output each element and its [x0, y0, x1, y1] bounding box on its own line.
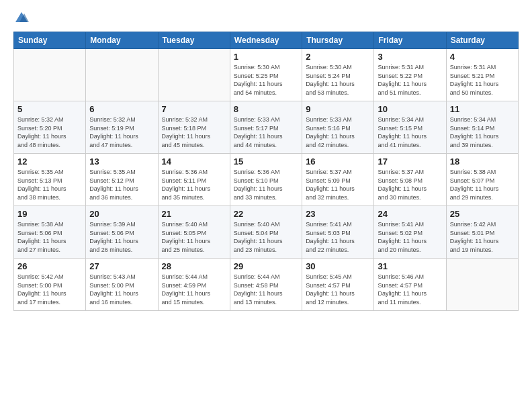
days-header-row: SundayMondayTuesdayWednesdayThursdayFrid… [14, 32, 519, 49]
calendar-cell: 16Sunrise: 5:37 AM Sunset: 5:09 PM Dayli… [302, 154, 374, 206]
day-info: Sunrise: 5:32 AM Sunset: 5:19 PM Dayligh… [89, 116, 154, 149]
day-info: Sunrise: 5:38 AM Sunset: 5:07 PM Dayligh… [450, 168, 515, 201]
day-number: 15 [234, 156, 298, 167]
day-info: Sunrise: 5:44 AM Sunset: 4:58 PM Dayligh… [234, 273, 298, 306]
day-info: Sunrise: 5:32 AM Sunset: 5:18 PM Dayligh… [162, 116, 226, 149]
day-info: Sunrise: 5:45 AM Sunset: 4:57 PM Dayligh… [306, 273, 370, 306]
day-number: 13 [89, 156, 154, 167]
calendar-cell: 21Sunrise: 5:40 AM Sunset: 5:05 PM Dayli… [158, 206, 230, 259]
calendar-cell: 4Sunrise: 5:31 AM Sunset: 5:21 PM Daylig… [446, 49, 518, 101]
calendar-cell: 22Sunrise: 5:40 AM Sunset: 5:04 PM Dayli… [230, 206, 302, 259]
calendar-cell [446, 259, 518, 311]
calendar-week-0: 1Sunrise: 5:30 AM Sunset: 5:25 PM Daylig… [14, 49, 519, 101]
day-number: 28 [162, 261, 226, 271]
day-number: 18 [450, 156, 515, 167]
calendar-cell: 2Sunrise: 5:30 AM Sunset: 5:24 PM Daylig… [302, 49, 374, 101]
calendar-cell: 27Sunrise: 5:43 AM Sunset: 5:00 PM Dayli… [86, 259, 158, 311]
day-number: 27 [89, 261, 154, 271]
day-info: Sunrise: 5:33 AM Sunset: 5:16 PM Dayligh… [306, 116, 370, 149]
calendar-cell: 3Sunrise: 5:31 AM Sunset: 5:22 PM Daylig… [374, 49, 446, 101]
calendar-body: 1Sunrise: 5:30 AM Sunset: 5:25 PM Daylig… [14, 49, 519, 311]
day-info: Sunrise: 5:40 AM Sunset: 5:05 PM Dayligh… [162, 220, 226, 254]
calendar-cell: 18Sunrise: 5:38 AM Sunset: 5:07 PM Dayli… [446, 154, 518, 206]
calendar-table: SundayMondayTuesdayWednesdayThursdayFrid… [13, 32, 519, 311]
calendar-cell: 11Sunrise: 5:34 AM Sunset: 5:14 PM Dayli… [446, 101, 518, 154]
day-info: Sunrise: 5:35 AM Sunset: 5:13 PM Dayligh… [17, 168, 82, 201]
calendar-cell: 7Sunrise: 5:32 AM Sunset: 5:18 PM Daylig… [158, 101, 230, 154]
calendar-week-3: 19Sunrise: 5:38 AM Sunset: 5:06 PM Dayli… [14, 206, 519, 259]
day-info: Sunrise: 5:31 AM Sunset: 5:21 PM Dayligh… [450, 63, 515, 97]
day-info: Sunrise: 5:44 AM Sunset: 4:59 PM Dayligh… [162, 273, 226, 306]
day-number: 6 [89, 104, 154, 114]
day-header-thursday: Thursday [302, 32, 374, 49]
day-number: 1 [234, 52, 298, 62]
calendar-cell: 1Sunrise: 5:30 AM Sunset: 5:25 PM Daylig… [230, 49, 302, 101]
calendar-cell: 24Sunrise: 5:41 AM Sunset: 5:02 PM Dayli… [374, 206, 446, 259]
day-number: 12 [17, 156, 82, 167]
day-number: 29 [234, 261, 298, 271]
day-number: 21 [162, 209, 226, 219]
day-number: 11 [450, 104, 515, 114]
day-number: 16 [306, 156, 370, 167]
day-info: Sunrise: 5:39 AM Sunset: 5:06 PM Dayligh… [89, 220, 154, 254]
day-info: Sunrise: 5:37 AM Sunset: 5:09 PM Dayligh… [306, 168, 370, 201]
day-number: 3 [378, 52, 442, 62]
day-number: 26 [17, 261, 82, 271]
day-number: 8 [234, 104, 298, 114]
day-info: Sunrise: 5:35 AM Sunset: 5:12 PM Dayligh… [89, 168, 154, 201]
calendar-cell: 29Sunrise: 5:44 AM Sunset: 4:58 PM Dayli… [230, 259, 302, 311]
day-info: Sunrise: 5:34 AM Sunset: 5:14 PM Dayligh… [450, 116, 515, 149]
day-info: Sunrise: 5:42 AM Sunset: 5:00 PM Dayligh… [17, 273, 82, 306]
day-info: Sunrise: 5:46 AM Sunset: 4:57 PM Dayligh… [378, 273, 442, 306]
calendar-cell: 8Sunrise: 5:33 AM Sunset: 5:17 PM Daylig… [230, 101, 302, 154]
day-info: Sunrise: 5:38 AM Sunset: 5:06 PM Dayligh… [17, 220, 82, 254]
calendar-cell: 30Sunrise: 5:45 AM Sunset: 4:57 PM Dayli… [302, 259, 374, 311]
calendar-cell: 12Sunrise: 5:35 AM Sunset: 5:13 PM Dayli… [14, 154, 86, 206]
day-number: 4 [450, 52, 515, 62]
day-header-monday: Monday [86, 32, 158, 49]
calendar-cell [158, 49, 230, 101]
day-number: 14 [162, 156, 226, 167]
day-number: 2 [306, 52, 370, 62]
day-info: Sunrise: 5:42 AM Sunset: 5:01 PM Dayligh… [450, 220, 515, 254]
day-number: 10 [378, 104, 442, 114]
calendar-cell: 20Sunrise: 5:39 AM Sunset: 5:06 PM Dayli… [86, 206, 158, 259]
day-info: Sunrise: 5:36 AM Sunset: 5:11 PM Dayligh… [162, 168, 226, 201]
day-number: 31 [378, 261, 442, 271]
day-header-tuesday: Tuesday [158, 32, 230, 49]
calendar-week-2: 12Sunrise: 5:35 AM Sunset: 5:13 PM Dayli… [14, 154, 519, 206]
day-info: Sunrise: 5:32 AM Sunset: 5:20 PM Dayligh… [17, 116, 82, 149]
header [13, 10, 519, 25]
day-number: 24 [378, 209, 442, 219]
calendar-cell: 14Sunrise: 5:36 AM Sunset: 5:11 PM Dayli… [158, 154, 230, 206]
calendar-cell: 28Sunrise: 5:44 AM Sunset: 4:59 PM Dayli… [158, 259, 230, 311]
day-info: Sunrise: 5:36 AM Sunset: 5:10 PM Dayligh… [234, 168, 298, 201]
calendar-cell: 26Sunrise: 5:42 AM Sunset: 5:00 PM Dayli… [14, 259, 86, 311]
day-number: 17 [378, 156, 442, 167]
day-number: 7 [162, 104, 226, 114]
day-info: Sunrise: 5:33 AM Sunset: 5:17 PM Dayligh… [234, 116, 298, 149]
logo [13, 10, 29, 25]
calendar-cell: 17Sunrise: 5:37 AM Sunset: 5:08 PM Dayli… [374, 154, 446, 206]
calendar-cell: 15Sunrise: 5:36 AM Sunset: 5:10 PM Dayli… [230, 154, 302, 206]
day-info: Sunrise: 5:43 AM Sunset: 5:00 PM Dayligh… [89, 273, 154, 306]
day-number: 23 [306, 209, 370, 219]
day-header-sunday: Sunday [14, 32, 86, 49]
day-number: 9 [306, 104, 370, 114]
logo-icon [14, 10, 29, 25]
day-info: Sunrise: 5:31 AM Sunset: 5:22 PM Dayligh… [378, 63, 442, 97]
day-number: 22 [234, 209, 298, 219]
day-info: Sunrise: 5:30 AM Sunset: 5:25 PM Dayligh… [234, 63, 298, 97]
day-number: 19 [17, 209, 82, 219]
day-number: 5 [17, 104, 82, 114]
day-header-saturday: Saturday [446, 32, 518, 49]
day-info: Sunrise: 5:37 AM Sunset: 5:08 PM Dayligh… [378, 168, 442, 201]
calendar-week-4: 26Sunrise: 5:42 AM Sunset: 5:00 PM Dayli… [14, 259, 519, 311]
calendar-cell [14, 49, 86, 101]
day-info: Sunrise: 5:41 AM Sunset: 5:03 PM Dayligh… [306, 220, 370, 254]
calendar-cell: 19Sunrise: 5:38 AM Sunset: 5:06 PM Dayli… [14, 206, 86, 259]
calendar-cell: 13Sunrise: 5:35 AM Sunset: 5:12 PM Dayli… [86, 154, 158, 206]
calendar-cell: 9Sunrise: 5:33 AM Sunset: 5:16 PM Daylig… [302, 101, 374, 154]
calendar-cell: 6Sunrise: 5:32 AM Sunset: 5:19 PM Daylig… [86, 101, 158, 154]
calendar-cell: 5Sunrise: 5:32 AM Sunset: 5:20 PM Daylig… [14, 101, 86, 154]
